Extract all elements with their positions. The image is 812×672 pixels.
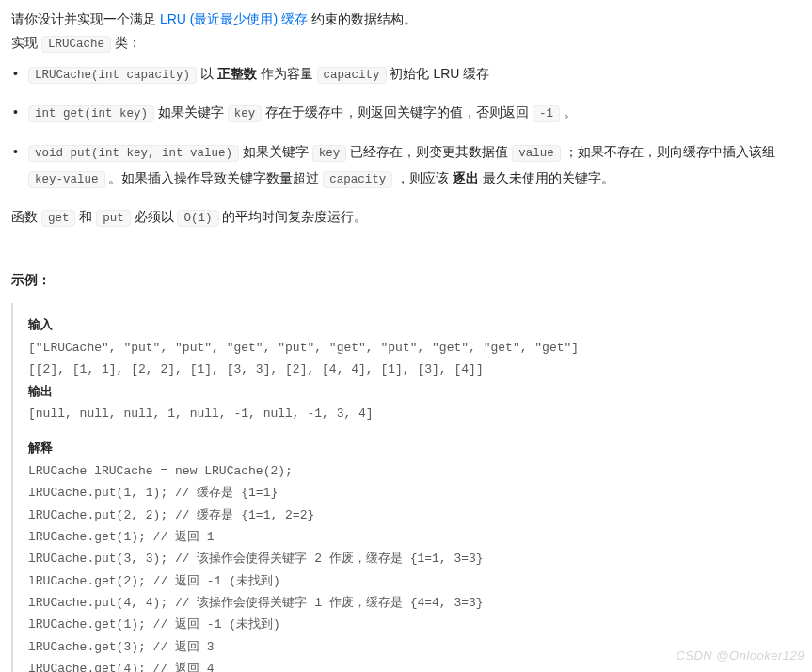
text: 初始化 LRU 缓存	[387, 66, 490, 81]
text: 实现	[11, 35, 41, 50]
method-list: LRUCache(int capacity) 以 正整数 作为容量 capaci…	[11, 61, 801, 192]
example-explain-line: lRUCache.get(4); // 返回 4	[28, 658, 786, 672]
text: 最久未使用的关键字。	[479, 170, 614, 185]
text: 的平均时间复杂度运行。	[219, 209, 368, 224]
code-param: key	[228, 105, 263, 122]
intro-line-2: 实现 LRUCache 类：	[11, 31, 801, 56]
example-input-label: 输入	[28, 314, 786, 336]
text: ；如果不存在，则向缓存中插入该组	[561, 144, 775, 159]
text: 已经存在，则变更其数据值	[346, 144, 512, 159]
example-explain-line: lRUCache.get(3); // 返回 3	[28, 636, 786, 658]
list-item: void put(int key, int value) 如果关键字 key 已…	[11, 139, 801, 192]
example-explain-line: lRUCache.put(2, 2); // 缓存是 {1=1, 2=2}	[28, 504, 786, 526]
text: 和	[75, 209, 96, 224]
example-explain-line: lRUCache.put(4, 4); // 该操作会使得关键字 1 作废，缓存…	[28, 592, 786, 614]
example-block: 输入 ["LRUCache", "put", "put", "get", "pu…	[11, 303, 801, 672]
text: 作为容量	[257, 66, 317, 81]
code-signature: void put(int key, int value)	[28, 145, 239, 162]
text: 类：	[111, 35, 141, 50]
intro-line-1: 请你设计并实现一个满足 LRU (最近最少使用) 缓存 约束的数据结构。	[11, 8, 801, 31]
lru-link[interactable]: LRU (最近最少使用) 缓存	[160, 11, 308, 26]
text: 约束的数据结构。	[308, 11, 417, 26]
code-param: capacity	[317, 67, 387, 84]
text: 。如果插入操作导致关键字数量超过	[105, 170, 324, 185]
list-item: int get(int key) 如果关键字 key 存在于缓存中，则返回关键字…	[11, 100, 801, 126]
code-param: key	[312, 145, 347, 162]
example-input-line: [[2], [1, 1], [2, 2], [1], [3, 3], [2], …	[28, 359, 786, 380]
code-param: value	[512, 145, 561, 162]
example-explain-label: 解释	[28, 438, 786, 459]
example-explain-line: lRUCache.put(3, 3); // 该操作会使得关键字 2 作废，缓存…	[28, 548, 786, 569]
text: 以	[197, 66, 217, 81]
text: 如果关键字	[239, 144, 312, 159]
code-class-name: LRUCache	[41, 36, 111, 53]
example-heading: 示例：	[11, 268, 801, 292]
example-output-line: [null, null, null, 1, null, -1, null, -1…	[28, 403, 786, 424]
example-explain-line: lRUCache.put(1, 1); // 缓存是 {1=1}	[28, 482, 786, 504]
code-fn: put	[96, 210, 131, 227]
text: ，则应该	[392, 170, 453, 185]
text: 必须以	[131, 209, 178, 224]
bold-text: 正整数	[217, 66, 257, 81]
example-input-line: ["LRUCache", "put", "put", "get", "put",…	[28, 337, 786, 359]
example-explain-line: lRUCache.get(2); // 返回 -1 (未找到)	[28, 570, 786, 592]
complexity-note: 函数 get 和 put 必须以 O(1) 的平均时间复杂度运行。	[11, 205, 801, 230]
code-signature: int get(int key)	[28, 105, 154, 122]
text: 存在于缓存中，则返回关键字的值，否则返回	[262, 104, 533, 120]
code-return: -1	[533, 105, 560, 122]
code-param: capacity	[323, 171, 392, 188]
example-explain-line: LRUCache lRUCache = new LRUCache(2);	[28, 460, 786, 482]
example-explain-line: lRUCache.get(1); // 返回 1	[28, 526, 786, 548]
bold-text: 逐出	[453, 170, 479, 185]
list-item: LRUCache(int capacity) 以 正整数 作为容量 capaci…	[11, 61, 801, 88]
example-output-label: 输出	[28, 381, 786, 403]
text: 。	[560, 104, 577, 120]
code-fn: get	[41, 210, 76, 227]
code-bigO: O(1)	[177, 210, 218, 227]
text: 请你设计并实现一个满足	[11, 11, 160, 26]
example-explain-line: lRUCache.get(1); // 返回 -1 (未找到)	[28, 614, 786, 635]
text: 如果关键字	[154, 104, 228, 120]
code-param: key-value	[28, 171, 105, 188]
code-signature: LRUCache(int capacity)	[28, 67, 197, 84]
text: 函数	[11, 209, 41, 224]
